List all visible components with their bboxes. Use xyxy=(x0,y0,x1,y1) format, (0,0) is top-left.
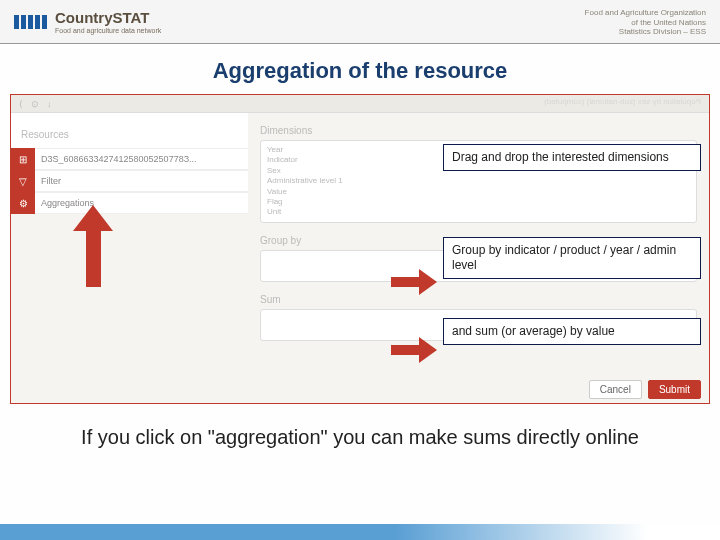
page-title: Aggregation of the resource xyxy=(0,44,720,94)
dimensions-label: Dimensions xyxy=(260,125,697,136)
resources-sidebar: Resources ⊞ D3S_608663342741258005250778… xyxy=(11,113,248,214)
arrow-to-groupby xyxy=(391,267,441,297)
resource-label: Filter xyxy=(41,176,61,186)
brand-subtitle: Food and agriculture data network xyxy=(55,27,161,34)
panel-topbar: ⟨ ⊙ ↓ Population by sex (sub-national) (… xyxy=(11,95,709,113)
down-icon[interactable]: ↓ xyxy=(47,99,52,109)
org-line1: Food and Agriculture Organization xyxy=(585,8,706,18)
button-row: Cancel Submit xyxy=(589,380,701,399)
resource-item-filter[interactable]: ▽ Filter xyxy=(11,170,248,192)
header-org: Food and Agriculture Organization of the… xyxy=(585,8,706,37)
filter-icon: ▽ xyxy=(11,170,35,192)
org-line3: Statistics Division – ESS xyxy=(585,27,706,37)
dim-item[interactable]: Value xyxy=(267,187,690,197)
brand-block: CountrySTAT Food and agriculture data ne… xyxy=(55,9,161,34)
resources-heading: Resources xyxy=(11,129,248,148)
main-panel: ⟨ ⊙ ↓ Population by sex (sub-national) (… xyxy=(10,94,710,404)
dataset-icon: ⊞ xyxy=(11,148,35,170)
resource-item-aggregations[interactable]: ⚙ Aggregations xyxy=(11,192,248,214)
org-line2: of the United Nations xyxy=(585,18,706,28)
dim-item[interactable]: Administrative level 1 xyxy=(267,176,690,186)
dim-item[interactable]: Flag xyxy=(267,197,690,207)
back-icon[interactable]: ⟨ xyxy=(19,99,23,109)
aggregation-icon: ⚙ xyxy=(11,192,35,214)
resource-item-dataset[interactable]: ⊞ D3S_608663342741258005250778З... xyxy=(11,148,248,170)
submit-button[interactable]: Submit xyxy=(648,380,701,399)
app-header: CountrySTAT Food and agriculture data ne… xyxy=(0,0,720,44)
resource-label: D3S_608663342741258005250778З... xyxy=(41,154,197,164)
annotation-sum: and sum (or average) by value xyxy=(443,318,701,345)
cancel-button[interactable]: Cancel xyxy=(589,380,642,399)
footer-bar xyxy=(0,524,720,540)
dim-item[interactable]: Unit xyxy=(267,207,690,217)
arrow-to-sum xyxy=(391,335,441,365)
logo-icon xyxy=(14,15,47,29)
tab-title-reversed: Population by sex (sub-national) (comput… xyxy=(544,97,701,106)
annotation-drag-drop: Drag and drop the interested dimensions xyxy=(443,144,701,171)
slide-caption: If you click on "aggregation" you can ma… xyxy=(0,404,720,449)
annotation-groupby: Group by indicator / product / year / ad… xyxy=(443,237,701,279)
sum-label: Sum xyxy=(260,294,697,305)
brand-name: CountrySTAT xyxy=(55,9,149,26)
arrow-to-aggregations xyxy=(73,205,113,287)
tool-icon[interactable]: ⊙ xyxy=(31,99,39,109)
